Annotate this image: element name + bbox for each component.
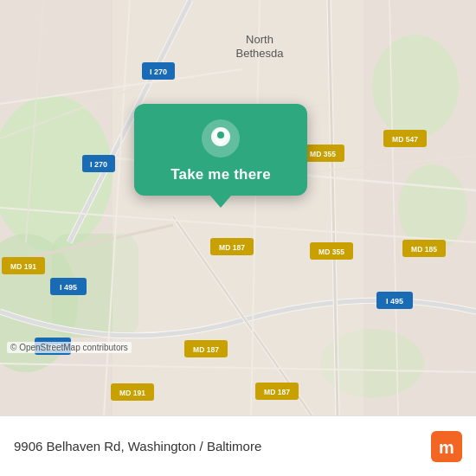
svg-text:MD 187: MD 187 <box>193 345 219 354</box>
svg-point-59 <box>217 132 224 138</box>
svg-text:North: North <box>246 33 273 46</box>
svg-text:MD 355: MD 355 <box>318 248 344 256</box>
bottom-bar: 9906 Belhaven Rd, Washington / Baltimore… <box>0 415 476 476</box>
popup-label: Take me there <box>170 166 271 183</box>
svg-text:MD 355: MD 355 <box>310 150 336 158</box>
map-svg: North Bethesda I 270 I 270 I 495 I 495 I… <box>0 0 476 415</box>
svg-text:MD 187: MD 187 <box>264 388 290 396</box>
svg-text:MD 191: MD 191 <box>119 389 145 397</box>
svg-text:I 495: I 495 <box>60 283 77 292</box>
map-container: North Bethesda I 270 I 270 I 495 I 495 I… <box>0 0 476 415</box>
svg-text:MD 547: MD 547 <box>392 135 418 144</box>
svg-text:MD 191: MD 191 <box>10 262 36 271</box>
svg-text:I 495: I 495 <box>386 297 403 306</box>
svg-text:m: m <box>439 438 454 457</box>
svg-text:Bethesda: Bethesda <box>236 47 285 60</box>
svg-text:MD 185: MD 185 <box>411 245 437 254</box>
moovit-icon: m <box>431 431 462 462</box>
popup-card[interactable]: Take me there <box>134 104 307 196</box>
svg-point-3 <box>372 35 459 138</box>
svg-text:I 270: I 270 <box>150 68 167 76</box>
osm-credit: © OpenStreetMap contributors <box>7 342 132 353</box>
svg-text:MD 187: MD 187 <box>219 243 245 252</box>
svg-text:I 270: I 270 <box>90 160 107 169</box>
moovit-logo: m <box>422 431 462 462</box>
address-text: 9906 Belhaven Rd, Washington / Baltimore <box>14 439 261 453</box>
location-pin-icon <box>202 119 240 158</box>
